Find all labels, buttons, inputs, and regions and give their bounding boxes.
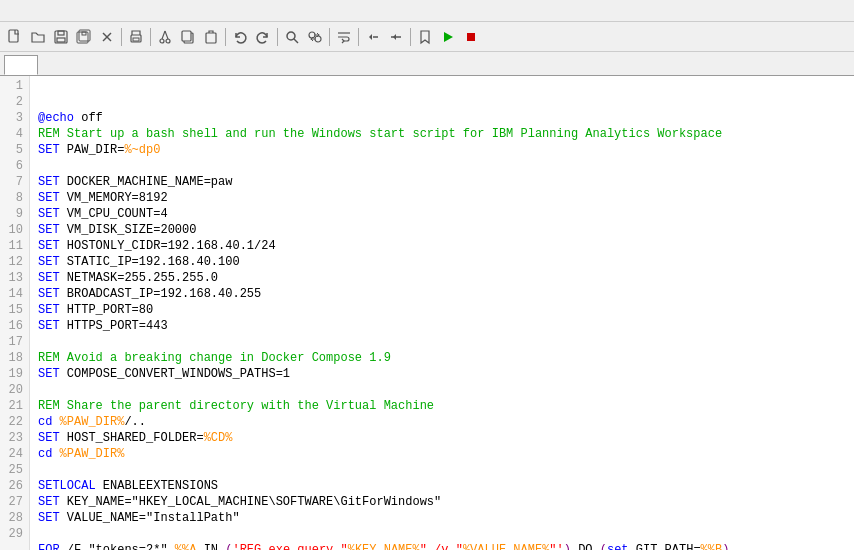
code-line	[38, 158, 846, 174]
new-button[interactable]	[4, 26, 26, 48]
find-button[interactable]	[281, 26, 303, 48]
code-line: SET STATIC_IP=192.168.40.100	[38, 254, 846, 270]
code-line: SET VM_DISK_SIZE=20000	[38, 222, 846, 238]
line-number: 8	[4, 190, 23, 206]
replace-button[interactable]	[304, 26, 326, 48]
line-number: 29	[4, 526, 23, 542]
open-button[interactable]	[27, 26, 49, 48]
menu-language[interactable]	[74, 10, 86, 12]
code-line: cd %PAW_DIR%/..	[38, 414, 846, 430]
code-line: SET HTTPS_PORT=443	[38, 318, 846, 334]
svg-point-21	[315, 36, 321, 42]
svg-point-12	[166, 39, 170, 43]
sep4	[277, 28, 278, 46]
sep3	[225, 28, 226, 46]
menu-plugins[interactable]	[144, 10, 156, 12]
svg-point-11	[160, 39, 164, 43]
wordwrap-button[interactable]	[333, 26, 355, 48]
print-button[interactable]	[125, 26, 147, 48]
svg-rect-17	[206, 33, 216, 43]
menu-file[interactable]	[4, 10, 16, 12]
toolbar	[0, 22, 854, 52]
code-line: SET VALUE_NAME="InstallPath"	[38, 510, 846, 526]
line-number: 17	[4, 334, 23, 350]
line-number: 5	[4, 142, 23, 158]
tab-start-bat[interactable]	[4, 55, 38, 75]
line-number: 1	[4, 78, 23, 94]
svg-rect-3	[57, 38, 65, 42]
code-line: SET DOCKER_MACHINE_NAME=paw	[38, 174, 846, 190]
code-line: SET NETMASK=255.255.255.0	[38, 270, 846, 286]
menu-macro[interactable]	[116, 10, 128, 12]
cut-button[interactable]	[154, 26, 176, 48]
code-line: SET KEY_NAME="HKEY_LOCAL_MACHINE\SOFTWAR…	[38, 494, 846, 510]
menu-settings[interactable]	[88, 10, 100, 12]
code-line: SET PAW_DIR=%~dp0	[38, 142, 846, 158]
line-number: 27	[4, 494, 23, 510]
code-line	[38, 334, 846, 350]
copy-button[interactable]	[177, 26, 199, 48]
line-number: 21	[4, 398, 23, 414]
svg-line-19	[294, 39, 298, 43]
code-line	[38, 382, 846, 398]
save-all-button[interactable]	[73, 26, 95, 48]
svg-point-20	[309, 32, 315, 38]
outdent-button[interactable]	[385, 26, 407, 48]
menu-encoding[interactable]	[60, 10, 72, 12]
sep1	[121, 28, 122, 46]
undo-button[interactable]	[229, 26, 251, 48]
bookmark-button[interactable]	[414, 26, 436, 48]
line-number: 12	[4, 254, 23, 270]
code-line: SET BROADCAST_IP=192.168.40.255	[38, 286, 846, 302]
save-button[interactable]	[50, 26, 72, 48]
svg-line-13	[162, 31, 165, 39]
sep5	[329, 28, 330, 46]
indent-button[interactable]	[362, 26, 384, 48]
stop-macro-button[interactable]	[460, 26, 482, 48]
svg-rect-10	[133, 38, 139, 41]
line-number: 6	[4, 158, 23, 174]
menu-edit[interactable]	[18, 10, 30, 12]
line-number: 28	[4, 510, 23, 526]
line-number: 16	[4, 318, 23, 334]
code-line	[38, 526, 846, 542]
tab-bar	[0, 52, 854, 76]
code-line: SET VM_CPU_COUNT=4	[38, 206, 846, 222]
tab-close-button[interactable]	[17, 59, 29, 71]
line-number: 10	[4, 222, 23, 238]
svg-rect-0	[9, 30, 18, 42]
code-line: REM Start up a bash shell and run the Wi…	[38, 126, 846, 142]
code-line: SET HOST_SHARED_FOLDER=%CD%	[38, 430, 846, 446]
menu-window[interactable]	[158, 10, 170, 12]
svg-rect-16	[182, 31, 191, 41]
menu-search[interactable]	[32, 10, 44, 12]
svg-rect-6	[82, 32, 86, 35]
menu-bar	[0, 0, 854, 22]
menu-run[interactable]	[130, 10, 142, 12]
line-numbers: 1234567891011121314151617181920212223242…	[0, 76, 30, 550]
code-area: 1234567891011121314151617181920212223242…	[0, 76, 854, 550]
code-line: SET HOSTONLY_CIDR=192.168.40.1/24	[38, 238, 846, 254]
line-number: 7	[4, 174, 23, 190]
paste-button[interactable]	[200, 26, 222, 48]
code-content[interactable]: @echo offREM Start up a bash shell and r…	[30, 76, 854, 550]
menu-tools[interactable]	[102, 10, 114, 12]
run-macro-button[interactable]	[437, 26, 459, 48]
svg-rect-2	[58, 31, 64, 35]
menu-view[interactable]	[46, 10, 58, 12]
menu-help[interactable]	[172, 10, 184, 12]
redo-button[interactable]	[252, 26, 274, 48]
code-line	[38, 462, 846, 478]
sep7	[410, 28, 411, 46]
svg-line-14	[165, 31, 168, 39]
line-number: 3	[4, 110, 23, 126]
code-line: @echo off	[38, 110, 846, 126]
line-number: 15	[4, 302, 23, 318]
close-doc-button[interactable]	[96, 26, 118, 48]
sep2	[150, 28, 151, 46]
code-line: SETLOCAL ENABLEEXTENSIONS	[38, 478, 846, 494]
line-number: 25	[4, 462, 23, 478]
code-line: REM Avoid a breaking change in Docker Co…	[38, 350, 846, 366]
svg-marker-25	[444, 32, 453, 42]
code-line: cd %PAW_DIR%	[38, 446, 846, 462]
